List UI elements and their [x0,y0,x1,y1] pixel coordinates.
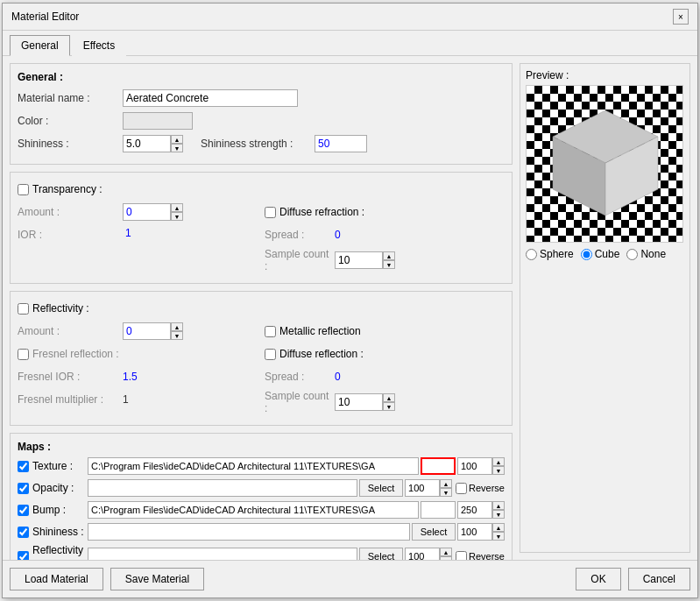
transparency-amount-up-btn[interactable]: ▲ [171,203,183,212]
bump-path-input[interactable] [88,501,419,519]
shininess-up-btn[interactable]: ▲ [171,135,183,144]
shininess-map-down-btn[interactable]: ▼ [492,532,505,541]
spread-label: Spread : [265,229,335,241]
fresnel-checkbox[interactable] [18,349,29,360]
bump-down-btn[interactable]: ▼ [492,510,505,519]
none-radio[interactable] [626,249,638,260]
cancel-button[interactable]: Cancel [628,568,690,590]
opacity-checkbox[interactable] [18,483,29,494]
reflectivity-amount-input[interactable] [123,322,171,340]
load-material-button[interactable]: Load Material [10,568,103,590]
transparency-amount-spinner-btns: ▲ ▼ [171,203,183,221]
reflectivity-label: Reflectivity : [32,302,89,315]
opacity-value-input[interactable] [405,479,440,497]
opacity-path-input[interactable] [88,479,357,497]
color-picker[interactable] [123,112,193,130]
transparency-section: Transparency : Amount : ▲ ▼ [10,172,513,284]
reflectivity-map-up-btn[interactable]: ▲ [440,548,452,556]
texture-thumb[interactable] [421,457,456,475]
refl-sample-count-down-btn[interactable]: ▼ [383,402,395,411]
bump-checkbox[interactable] [18,505,29,516]
bump-thumb[interactable] [421,501,456,519]
reflectivity-amount-up-btn[interactable]: ▲ [171,322,183,331]
shininess-select-btn[interactable]: Select [412,523,456,541]
transparency-amount-down-btn[interactable]: ▼ [171,212,183,221]
sphere-radio-label[interactable]: Sphere [526,248,574,260]
bump-up-btn[interactable]: ▲ [492,501,505,510]
shininess-map-up-btn[interactable]: ▲ [492,523,505,532]
cube-radio[interactable] [581,249,592,260]
refl-sample-count-up-btn[interactable]: ▲ [383,393,395,402]
material-editor-dialog: Material Editor × General Effects Genera… [2,3,698,598]
texture-value-input[interactable] [457,457,492,475]
reflectivity-checkbox-label: Reflectivity : [18,302,89,315]
maps-reflectivity-checkbox[interactable] [18,551,29,561]
reflectivity-reverse-checkbox[interactable] [456,551,467,561]
title-bar: Material Editor × [3,4,697,31]
transparency-checkbox-label: Transparency : [18,183,103,195]
texture-up-btn[interactable]: ▲ [492,457,505,466]
preview-canvas [526,85,683,243]
shininess-path-input[interactable] [88,523,410,541]
texture-down-btn[interactable]: ▼ [492,466,505,475]
diffuse-refraction-checkbox[interactable] [265,207,276,218]
reflectivity-amount-spinner: ▲ ▼ [123,322,183,340]
diffuse-reflection-checkbox[interactable] [265,349,276,360]
ior-value: 1 [123,226,175,244]
diffuse-reflection-row: Diffuse reflection : [265,344,505,364]
reflectivity-map-value-input[interactable] [405,548,440,560]
texture-path-input[interactable] [88,457,419,475]
refl-sample-count-input[interactable] [335,393,383,411]
sample-count-down-btn[interactable]: ▼ [383,260,395,269]
cube-radio-label[interactable]: Cube [581,248,620,260]
reflectivity-checkbox[interactable] [18,303,29,315]
color-label: Color : [18,115,123,127]
opacity-reverse-checkbox[interactable] [456,483,467,494]
general-section-title: General : [18,71,505,83]
sample-count-input[interactable] [335,251,383,269]
transparency-cols: Amount : ▲ ▼ IOR : 1 [18,202,505,276]
shininess-input[interactable] [123,135,171,152]
texture-checkbox-label: Texture : [18,460,88,472]
maps-shininess-checkbox[interactable] [18,527,29,538]
shininess-down-btn[interactable]: ▼ [171,144,183,152]
diffuse-refraction-row: Diffuse refraction : [265,202,505,222]
refl-spread-row: Spread : 0 [265,367,505,386]
texture-checkbox[interactable] [18,461,29,472]
opacity-select-btn[interactable]: Select [359,479,403,497]
transparency-checkbox[interactable] [18,184,29,195]
fresnel-label: Fresnel reflection : [32,348,119,360]
sample-count-up-btn[interactable]: ▲ [383,251,395,260]
reflectivity-select-btn[interactable]: Select [359,548,403,560]
metallic-checkbox[interactable] [265,326,276,337]
opacity-row: Opacity : Select ▲ ▼ Reverse [18,478,505,498]
fresnel-multiplier-row: Fresnel multiplier : 1 [18,390,258,409]
reflectivity-path-input[interactable] [88,548,357,560]
none-radio-label[interactable]: None [626,248,666,260]
sphere-radio[interactable] [526,249,537,260]
opacity-up-btn[interactable]: ▲ [440,479,452,488]
material-name-input[interactable] [123,89,298,107]
ok-button[interactable]: OK [576,568,620,590]
shininess-map-value-input[interactable] [457,523,492,541]
fresnel-ior-label: Fresnel IOR : [18,371,123,383]
opacity-down-btn[interactable]: ▼ [440,488,452,497]
texture-row: Texture : ▲ ▼ [18,456,505,476]
bump-spinner-btns: ▲ ▼ [492,501,505,519]
bottom-bar: Load Material Save Material OK Cancel [3,560,697,597]
shininess-strength-label: Shininess strength : [201,138,315,150]
transparency-amount-input[interactable] [123,203,171,221]
close-button[interactable]: × [673,9,689,25]
reflectivity-amount-down-btn[interactable]: ▼ [171,331,183,340]
sample-count-label: Sample count : [265,248,335,272]
save-material-button[interactable]: Save Material [110,568,204,590]
tab-general[interactable]: General [10,35,70,56]
opacity-label: Opacity : [32,482,74,494]
ior-row: IOR : 1 [18,225,258,244]
shininess-strength-input[interactable] [315,135,367,152]
main-content: General : Material name : Color : Shinin… [3,56,697,560]
transparency-label: Transparency : [32,183,103,195]
reflectivity-map-spinner-btns: ▲ ▼ [440,548,452,560]
tab-effects[interactable]: Effects [72,35,126,56]
bump-value-input[interactable] [457,501,492,519]
